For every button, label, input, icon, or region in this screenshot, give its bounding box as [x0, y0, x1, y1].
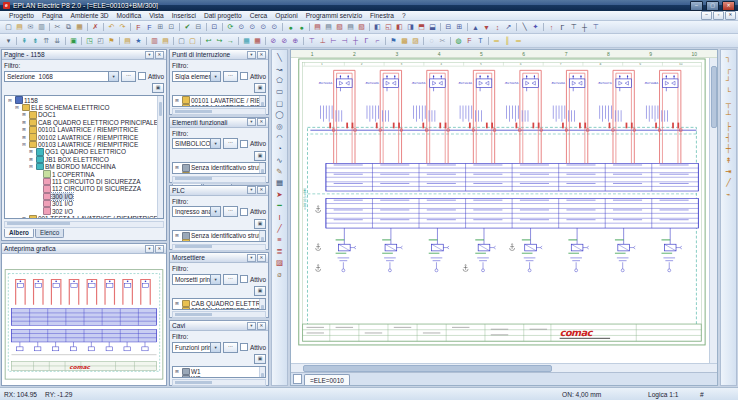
tree-item[interactable]: 300 I/O	[6, 193, 157, 200]
zoom-out-icon[interactable]: ⊙	[247, 22, 258, 32]
align-bottom-icon[interactable]: ▼	[481, 22, 492, 32]
pages-filter-combo[interactable]: Selezione_1068▾	[4, 71, 119, 82]
active-checkbox[interactable]: Attivo	[240, 208, 266, 216]
menu-progetto[interactable]: Progetto	[5, 12, 38, 19]
menu-vista[interactable]: Vista	[145, 12, 168, 19]
connection-tee-icon[interactable]: ⊤	[568, 22, 579, 32]
page-first-icon[interactable]: ⇈	[41, 36, 52, 46]
menu-inserisci[interactable]: Inserisci	[168, 12, 200, 19]
point-tool-icon[interactable]: ✦	[530, 22, 541, 32]
horizontal-scrollbar[interactable]	[291, 363, 717, 372]
preview-canvas[interactable]: comac	[2, 254, 166, 385]
tree-item[interactable]: ⊞QG1 QUADRO ELETTRICO	[6, 148, 157, 155]
logic-alt-icon[interactable]: ⊘	[279, 36, 290, 46]
cascade-icon[interactable]: ⊞	[454, 22, 465, 32]
panel-menu-button[interactable]: ▾	[247, 254, 256, 262]
menu-programmi-servizio[interactable]: Programmi servizio	[302, 12, 366, 19]
logic-on-icon[interactable]: ⊕	[290, 36, 301, 46]
function-text-icon[interactable]: F	[464, 36, 475, 46]
ghost-mode-icon[interactable]: ◌	[426, 36, 437, 46]
junction-cross-icon[interactable]: ┼	[350, 36, 361, 46]
junction-tee-up-icon[interactable]: ⊥	[317, 36, 328, 46]
t-node-right-icon[interactable]: ├	[723, 120, 735, 131]
send-icon[interactable]: ✉	[25, 22, 36, 32]
text-tool-icon[interactable]: T	[475, 36, 486, 46]
panel-menu-button[interactable]: ▾	[247, 322, 256, 330]
list-settings-button[interactable]: ▣	[254, 83, 266, 93]
macro-navigator-icon[interactable]: ▤	[122, 36, 133, 46]
grid-on-icon[interactable]: ▦	[241, 36, 252, 46]
close-button[interactable]: ✕	[722, 1, 735, 11]
tree-item[interactable]: ⊞JB1 BOX ELETTRICO	[6, 156, 157, 163]
list-item[interactable]: ⊞Senza identificativo struttura	[174, 232, 259, 239]
panel-list[interactable]: ⊞W1⊞W2⊞W3	[172, 366, 266, 378]
list-item[interactable]: ⊞CAB QUADRO ELETTRICO PRINCIP	[174, 239, 259, 242]
list-settings-button[interactable]: ▣	[254, 286, 266, 296]
redo-icon[interactable]: ↷	[117, 22, 128, 32]
tree-item[interactable]: 1 COPERTINA	[6, 170, 157, 177]
busbar-v-icon[interactable]: ║	[502, 36, 513, 46]
distribute-icon[interactable]: ↕	[492, 22, 503, 32]
tree-item[interactable]: 302 I/O	[6, 207, 157, 214]
window-right-icon[interactable]: ◨	[405, 22, 416, 32]
angle-down-right-icon[interactable]: ┌	[723, 63, 735, 74]
filter-more-button[interactable]: ...	[223, 206, 238, 217]
panel-close-button[interactable]: ✕	[257, 51, 266, 59]
circle-fill-icon[interactable]: ◎	[274, 120, 286, 131]
menu-pagina[interactable]: Pagina	[38, 12, 67, 19]
page-navigator-icon[interactable]: ▣	[68, 36, 79, 46]
device-list-icon[interactable]: ◰	[95, 36, 106, 46]
menu-dati-progetto[interactable]: Dati progetto	[200, 12, 246, 19]
tree-item[interactable]: ⊞001 TESTA 1 LAVATRICE / RIEMPITRICE	[6, 215, 157, 219]
list-settings-button[interactable]: ▣	[254, 354, 266, 364]
potential-icon[interactable]: ◍	[453, 36, 464, 46]
prev-page-icon[interactable]: ●	[285, 22, 296, 32]
line-icon[interactable]: ╲	[274, 52, 286, 63]
graphic-edit-icon[interactable]: ▤	[323, 22, 334, 32]
panel-menu-button[interactable]: ▾	[145, 245, 154, 253]
toolbar-options-icon[interactable]: ▾	[3, 36, 14, 46]
panel-list[interactable]: ⊞Senza identificativo struttura⊞CAB QUAD…	[172, 230, 266, 242]
report-templates-icon[interactable]: ▤	[160, 36, 171, 46]
go-forward-icon[interactable]: ↪	[214, 36, 225, 46]
t-node-left-icon[interactable]: ┤	[723, 132, 735, 143]
next-page-icon[interactable]: ●	[296, 22, 307, 32]
list-item[interactable]: ⊞Senza identificativo struttura	[174, 164, 259, 171]
grid-off-icon[interactable]: ▦	[252, 36, 263, 46]
structure-box-icon[interactable]: ⚑	[388, 36, 399, 46]
window-split-icon[interactable]: ◧	[372, 22, 383, 32]
mdi-minimize-button[interactable]: –	[701, 11, 712, 20]
panel-close-button[interactable]: ✕	[257, 254, 266, 262]
update-icon[interactable]: ⟳	[225, 22, 236, 32]
horizontal-scrollbar[interactable]	[4, 221, 164, 228]
tree-item[interactable]: ⊞00101 LAVATRICE / RIEMPITRICE	[6, 126, 157, 133]
doc-blank-icon[interactable]: ▢	[176, 36, 187, 46]
tab-albero[interactable]: Albero	[4, 229, 34, 238]
menu-ambiente-3d[interactable]: Ambiente 3D	[66, 12, 112, 19]
tree-item[interactable]: ⊟1158	[6, 97, 157, 104]
junction-corner-2-icon[interactable]: ⌐	[372, 36, 383, 46]
logic-off-icon[interactable]: ⊘	[268, 36, 279, 46]
list-settings-button[interactable]: ▣	[254, 219, 266, 229]
dim-diameter-icon[interactable]: ⌀	[274, 268, 286, 279]
menu-help[interactable]: ?	[398, 12, 410, 19]
image-icon[interactable]: ▦	[274, 177, 286, 188]
open-icon[interactable]: ▤	[14, 22, 25, 32]
trim-icon[interactable]: ✂	[437, 36, 448, 46]
tree-item[interactable]: ⊟ELE SCHEMA ELETTRICO	[6, 104, 157, 111]
window-top-icon[interactable]: ⬒	[416, 22, 427, 32]
panel-list[interactable]: ⊞CAB QUADRO ELETTRICO PRINCIPA⊞00101 LAV…	[172, 298, 266, 310]
dim-linear-icon[interactable]: Ⅰ	[274, 211, 286, 222]
list-item[interactable]: ⊞00102 LAVATRICE / RIEMPITRICE	[174, 104, 259, 107]
cut-icon[interactable]: ✂	[52, 22, 63, 32]
doc-macro-icon[interactable]: ▢	[187, 36, 198, 46]
filter-combo[interactable]: Sigla elemento funz▾	[172, 71, 221, 82]
goto-counterpart-icon[interactable]: →	[225, 36, 236, 46]
panel-menu-button[interactable]: ▾	[145, 51, 154, 59]
tree-item[interactable]: 301 I/O	[6, 200, 157, 207]
filter-more-button[interactable]: ...	[223, 71, 238, 82]
minimize-button[interactable]: –	[690, 1, 703, 11]
rotate-icon[interactable]: ↗	[503, 22, 514, 32]
polyline-icon[interactable]: ▭	[274, 86, 286, 97]
interruption-point-icon[interactable]: ↟	[723, 155, 735, 166]
